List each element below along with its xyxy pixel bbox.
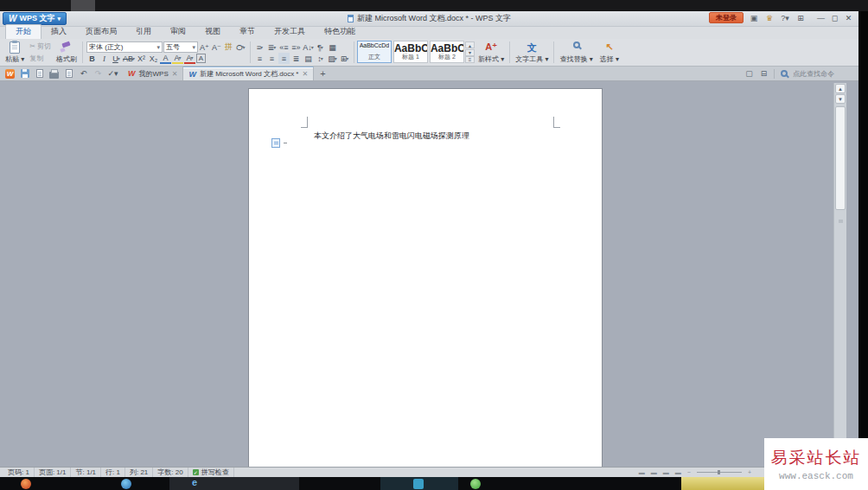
borders-button[interactable]: ⊞▾	[339, 53, 350, 64]
taskbar-app-button[interactable]	[169, 477, 299, 490]
styles-gallery-expand[interactable]: ≡	[465, 56, 475, 63]
view-mode-web-icon[interactable]: ▬	[651, 469, 657, 475]
maximize-button[interactable]: ◻	[828, 12, 841, 23]
distribute-button[interactable]: ▤	[303, 53, 314, 64]
command-search[interactable]	[774, 69, 846, 79]
text-tool-button[interactable]: 文 文字工具 ▾	[512, 40, 552, 65]
justify-button[interactable]: ≣	[290, 53, 302, 64]
format-painter-button[interactable]: 格式刷	[53, 40, 80, 65]
decrease-indent-button[interactable]: «≡	[278, 41, 290, 53]
text-direction-button[interactable]: A↓▾	[303, 41, 314, 53]
line-spacing-button[interactable]: ↕▾	[315, 53, 326, 64]
align-right-button[interactable]: ≡	[278, 53, 290, 64]
taskbar-browser-icon[interactable]: e	[192, 477, 197, 487]
scrollbar-thumb[interactable]	[835, 106, 846, 210]
document-area[interactable]: 本文介绍了大气电场和雷电闪电磁场探测原理 ▲ ▼	[0, 81, 858, 467]
document-page[interactable]: 本文介绍了大气电场和雷电闪电磁场探测原理	[248, 88, 603, 467]
font-size-select[interactable]: 五号▾	[163, 41, 198, 53]
assistant-icon[interactable]: ▢	[744, 68, 754, 79]
close-icon[interactable]: ✕	[172, 70, 178, 78]
zoom-out-button[interactable]: −	[687, 469, 691, 475]
tab-view[interactable]: 视图	[195, 25, 230, 39]
styles-scroll-up[interactable]: ▴	[465, 41, 475, 48]
close-button[interactable]: ✕	[842, 12, 855, 23]
numbering-button[interactable]: ≣▾	[266, 41, 278, 53]
tab-developer[interactable]: 开发工具	[265, 25, 315, 39]
new-style-button[interactable]: A⁺ 新样式 ▾	[475, 40, 507, 65]
tab-page-layout[interactable]: 页面布局	[76, 25, 126, 39]
columns-button[interactable]: ▦	[327, 41, 338, 53]
login-button[interactable]: 未登录	[709, 12, 744, 23]
tab-my-wps[interactable]: W 我的WPS ✕	[123, 67, 183, 80]
increase-indent-button[interactable]: ≡»	[290, 41, 302, 53]
document-text[interactable]: 本文介绍了大气电场和雷电闪电磁场探测原理	[314, 130, 469, 142]
font-family-select[interactable]: 宋体 (正文)▾	[86, 41, 163, 53]
paste-button[interactable]: 粘贴 ▾	[2, 40, 28, 65]
tab-references[interactable]: 引用	[126, 25, 161, 39]
shading-button[interactable]: ▨▾	[327, 53, 338, 64]
cut-button[interactable]: ✂ 剪切	[29, 41, 51, 52]
vertical-scrollbar[interactable]: ▲ ▼	[833, 83, 846, 463]
customize-toolbar-icon[interactable]: ✓▾	[108, 68, 118, 79]
bold-button[interactable]: B	[86, 53, 98, 64]
vip-crown-icon[interactable]: ♛	[764, 14, 775, 22]
taskbar-app-icon[interactable]	[121, 479, 131, 489]
tab-current-document[interactable]: W 新建 Microsoft Word 文档.docx * ✕	[183, 67, 314, 80]
strikethrough-button[interactable]: AB▾	[123, 53, 135, 64]
switch-window-icon[interactable]: ⊟	[759, 68, 769, 79]
styles-scroll-down[interactable]: ▾	[465, 49, 475, 56]
zoom-in-button[interactable]: +	[748, 469, 751, 475]
windows-taskbar[interactable]: e	[0, 477, 868, 490]
status-spell-check[interactable]: ✓ 拼写检查	[188, 468, 234, 477]
view-mode-fullscreen-icon[interactable]: ▬	[675, 469, 681, 475]
copy-button[interactable]: 复制	[29, 53, 51, 64]
wps-app-menu-button[interactable]: W WPS 文字 ▾	[3, 12, 67, 25]
taskbar-app-icon[interactable]	[21, 479, 31, 489]
bullets-button[interactable]: ≡▾	[254, 41, 265, 53]
message-icon[interactable]: ▣	[749, 14, 759, 22]
new-document-tab-button[interactable]: +	[314, 68, 331, 79]
command-search-input[interactable]	[791, 69, 846, 79]
wps-home-icon[interactable]: W	[5, 69, 15, 79]
tab-special-features[interactable]: 特色功能	[315, 25, 365, 39]
highlight-color-button[interactable]: A▾	[172, 53, 183, 64]
subscript-button[interactable]: X₂	[148, 53, 159, 64]
print-icon[interactable]	[49, 68, 59, 79]
enclose-character-button[interactable]: A	[196, 54, 206, 63]
change-case-button[interactable]: ℺▾	[235, 41, 246, 53]
taskbar-app-icon[interactable]	[413, 479, 424, 489]
superscript-button[interactable]: X²	[136, 53, 147, 64]
zoom-slider[interactable]	[697, 472, 742, 473]
underline-button[interactable]: U▾	[111, 53, 122, 64]
tab-insert[interactable]: 插入	[41, 25, 76, 39]
find-replace-button[interactable]: 查找替换 ▾	[556, 40, 596, 65]
italic-button[interactable]: I	[99, 53, 110, 64]
align-left-button[interactable]: ≡	[254, 53, 265, 64]
export-pdf-icon[interactable]	[35, 68, 44, 79]
tab-section[interactable]: 章节	[230, 25, 265, 39]
taskbar-app-icon[interactable]	[470, 479, 481, 489]
align-center-button[interactable]: ≡	[266, 53, 278, 64]
grow-font-button[interactable]: A⁺	[199, 41, 210, 53]
phonetic-guide-button[interactable]: 拼	[223, 41, 234, 53]
scroll-up-button[interactable]: ▲	[835, 84, 846, 93]
shrink-font-button[interactable]: A⁻	[211, 41, 222, 53]
print-preview-icon[interactable]	[64, 68, 73, 79]
font-color-button[interactable]: A▾	[184, 53, 195, 64]
tab-review[interactable]: 审阅	[161, 25, 195, 39]
close-icon[interactable]: ✕	[302, 70, 308, 78]
select-button[interactable]: ↖ 选择 ▾	[597, 40, 622, 65]
view-mode-outline-icon[interactable]: ▬	[663, 469, 669, 475]
status-word-count[interactable]: 字数: 20	[153, 468, 188, 477]
save-icon[interactable]	[20, 68, 29, 79]
redo-icon[interactable]: ↷	[93, 68, 103, 79]
style-heading1[interactable]: AaBbC 标题 1	[393, 41, 428, 63]
help-icon[interactable]: ?▾	[780, 14, 790, 22]
scroll-split-button[interactable]: ▼	[835, 94, 846, 104]
view-mode-page-icon[interactable]: ▬	[639, 469, 645, 475]
skin-switch-icon[interactable]: ⊞	[795, 14, 806, 22]
style-heading2[interactable]: AaBbC 标题 2	[430, 41, 464, 63]
paragraph-layout-icon[interactable]	[271, 138, 280, 148]
tab-home[interactable]: 开始	[5, 24, 41, 39]
minimize-button[interactable]: —	[814, 12, 827, 23]
